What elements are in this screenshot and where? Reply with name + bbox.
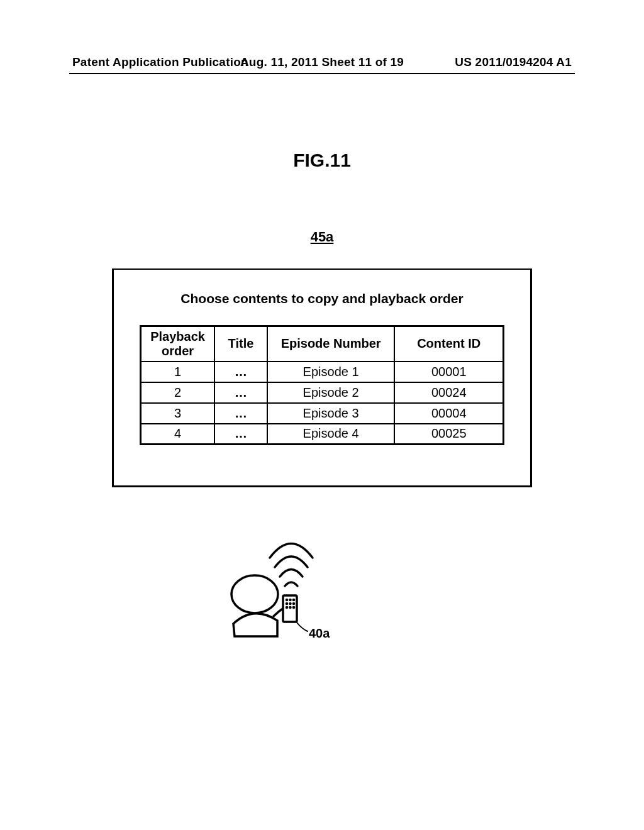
cell-content-id: 00001 [394,362,503,382]
header-center: Aug. 11, 2011 Sheet 11 of 19 [72,55,572,69]
col-title: Title [214,326,267,362]
col-content-id: Content ID [394,326,503,362]
table-row: 3 … Episode 3 00004 [141,403,504,424]
svg-point-10 [293,607,295,609]
cell-episode: Episode 3 [267,403,395,424]
cell-title: … [214,362,267,382]
table-row: 1 … Episode 1 00001 [141,362,504,382]
cell-episode: Episode 1 [267,362,395,382]
cell-title: … [214,382,267,403]
svg-point-9 [289,607,291,609]
svg-point-0 [231,575,278,613]
cell-order: 3 [141,403,215,424]
svg-point-4 [293,599,295,601]
ui-screen: Choose contents to copy and playback ord… [112,268,532,487]
cell-order: 4 [141,424,215,445]
content-table: Playback order Title Episode Number Cont… [140,325,504,445]
svg-point-3 [289,599,291,601]
cell-title: … [214,403,267,424]
figure-label: FIG.11 [0,150,644,171]
svg-point-7 [293,603,295,605]
page-header: Patent Application Publication Aug. 11, … [72,55,572,69]
cell-episode: Episode 4 [267,424,395,445]
col-episode-number: Episode Number [267,326,395,362]
cell-content-id: 00025 [394,424,503,445]
page: Patent Application Publication Aug. 11, … [0,0,644,830]
svg-point-2 [286,599,288,601]
cell-episode: Episode 2 [267,382,395,403]
cell-content-id: 00024 [394,382,503,403]
user-with-device-icon: 40a [216,536,341,649]
svg-point-6 [289,603,291,605]
cell-order: 1 [141,362,215,382]
header-rule [69,73,575,74]
table-header-row: Playback order Title Episode Number Cont… [141,326,504,362]
cell-title: … [214,424,267,445]
table-row: 4 … Episode 4 00025 [141,424,504,445]
cell-order: 2 [141,382,215,403]
figure-reference: 45a [0,229,644,245]
screen-title: Choose contents to copy and playback ord… [114,291,530,306]
table-row: 2 … Episode 2 00024 [141,382,504,403]
svg-point-8 [286,607,288,609]
cell-content-id: 00004 [394,403,503,424]
device-ref-label: 40a [309,626,330,640]
svg-point-5 [286,603,288,605]
col-playback-order: Playback order [141,326,215,362]
